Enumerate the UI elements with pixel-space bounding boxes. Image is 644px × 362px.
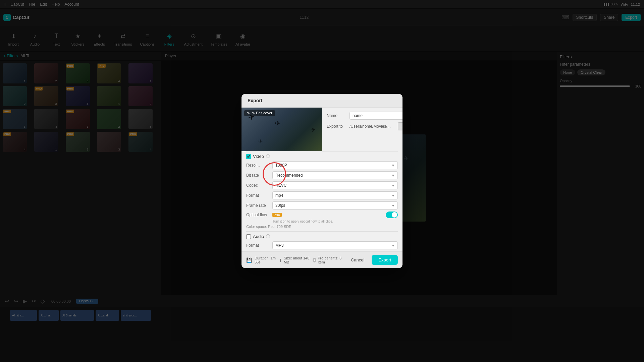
export-preview: ✈ ✈ ✈ ✈ ✎ ✎ Edit cover (241, 108, 322, 151)
frame-rate-value: 30fps (275, 203, 285, 208)
pro-benefits-text: Pro benefits: 3 Item (318, 256, 343, 264)
bit-rate-chevron: ▼ (391, 174, 395, 177)
video-label: Video (253, 154, 264, 159)
path-row: /Users/home/Movies/... 🗂 (350, 122, 402, 130)
resolution-value: 1080P (275, 163, 287, 168)
frame-rate-row: Frame rate 30fps ▼ (246, 201, 398, 209)
export-dialog: Export ✈ ✈ ✈ ✈ ✎ ✎ Edit cover (241, 94, 402, 268)
cancel-button[interactable]: Cancel (346, 255, 369, 264)
resolution-label: Resol... (246, 163, 270, 168)
bit-rate-select[interactable]: Recommended ▼ (272, 171, 398, 179)
export-dialog-body: ✈ ✈ ✈ ✈ ✎ ✎ Edit cover Name Export to (241, 108, 402, 151)
pro-benefits[interactable]: i Pro benefits: 3 Item (313, 256, 343, 264)
optical-flow-note: Turn it on to apply optical flow to all … (246, 220, 398, 223)
resolution-chevron: ▼ (391, 164, 395, 167)
edit-icon: ✎ (247, 111, 250, 115)
export-form: Name Export to /Users/home/Movies/... 🗂 (322, 108, 402, 151)
size-text: Size: about 140 MB (284, 256, 310, 264)
pro-benefits-info-icon: i (313, 258, 316, 262)
name-input[interactable] (350, 112, 402, 120)
name-row: Name (327, 112, 402, 120)
frame-rate-select[interactable]: 30fps ▼ (272, 201, 398, 209)
folder-browse-button[interactable]: 🗂 (398, 122, 402, 130)
video-info-icon[interactable]: ⓘ (266, 154, 270, 159)
export-action-button[interactable]: Export (372, 255, 398, 265)
bit-rate-row: Bit rate Recommended ▼ (246, 171, 398, 179)
export-dialog-title: Export (241, 94, 402, 108)
optical-flow-toggle[interactable] (386, 212, 398, 218)
disk-icon: 💾 (246, 257, 252, 263)
video-checkbox[interactable] (246, 154, 251, 159)
audio-section-header: Audio ⓘ (246, 231, 398, 241)
edit-cover-button[interactable]: ✎ ✎ Edit cover (244, 110, 275, 116)
toggle-knob (392, 212, 397, 218)
export-path: /Users/home/Movies/... (350, 124, 396, 129)
pro-tag: PRO (272, 213, 282, 217)
duration-text: Duration: 1m 55s (255, 256, 277, 264)
resolution-row: Resol... 1080P ▼ (246, 161, 398, 169)
format-select[interactable]: mp4 ▼ (272, 191, 398, 199)
video-section-header: Video ⓘ (246, 151, 398, 161)
optical-flow-row: Optical flow PRO (246, 212, 398, 218)
audio-checkbox[interactable] (246, 234, 251, 239)
preview-plane-4: ✈ (258, 138, 263, 145)
frame-rate-label: Frame rate (246, 203, 270, 208)
preview-plane-3: ✈ (310, 126, 316, 133)
color-space-label: Color space: Rec. 709 SDR (246, 225, 398, 229)
size-separator: | (280, 258, 281, 262)
codec-row: Codec HEVC ▼ (246, 181, 398, 189)
bit-rate-label: Bit rate (246, 173, 270, 178)
export-to-label: Export to (327, 124, 347, 129)
format-chevron: ▼ (391, 194, 395, 197)
resolution-select[interactable]: 1080P ▼ (272, 161, 398, 169)
codec-value: HEVC (275, 183, 286, 188)
export-to-row: Export to /Users/home/Movies/... 🗂 (327, 122, 402, 130)
audio-format-chevron: ▼ (391, 244, 395, 247)
format-row: Format mp4 ▼ (246, 191, 398, 199)
export-options: Video ⓘ Resol... 1080P ▼ Bit rate Recomm… (241, 151, 402, 249)
name-label: Name (327, 113, 347, 118)
export-footer: 💾 Duration: 1m 55s | Size: about 140 MB … (241, 251, 402, 268)
codec-label: Codec (246, 183, 270, 188)
modal-overlay: Export ✈ ✈ ✈ ✈ ✎ ✎ Edit cover (0, 0, 644, 362)
codec-chevron: ▼ (391, 184, 395, 187)
format-label: Format (246, 193, 270, 198)
format-value: mp4 (275, 193, 283, 198)
frame-rate-chevron: ▼ (391, 204, 395, 207)
audio-info-icon[interactable]: ⓘ (266, 234, 270, 239)
audio-format-row: Format MP3 ▼ (246, 241, 398, 249)
optical-flow-label: Optical flow (246, 213, 270, 217)
codec-select[interactable]: HEVC ▼ (272, 181, 398, 189)
preview-plane-2: ✈ (275, 119, 281, 127)
footer-info: 💾 Duration: 1m 55s | Size: about 140 MB … (246, 256, 343, 264)
audio-format-value: MP3 (275, 243, 284, 248)
bit-rate-value: Recommended (275, 173, 303, 178)
audio-format-label: Format (246, 243, 270, 248)
audio-format-select[interactable]: MP3 ▼ (272, 241, 398, 249)
audio-label: Audio (253, 234, 264, 239)
